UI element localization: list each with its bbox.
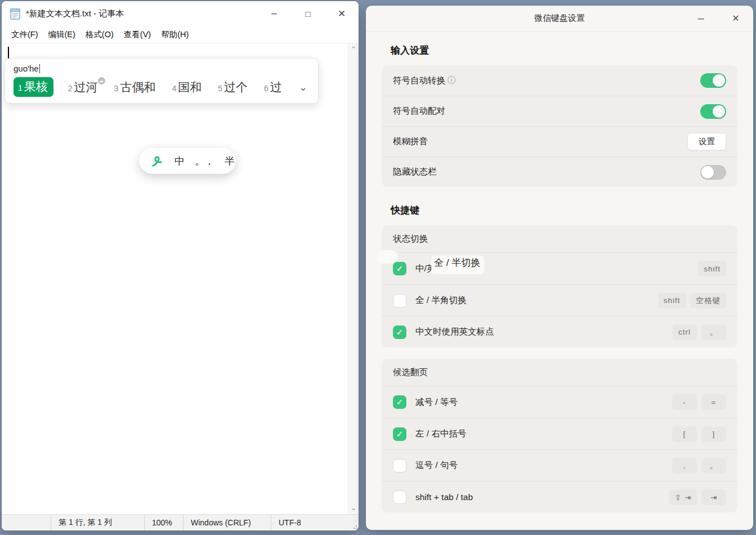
toggle-symbol-auto-convert[interactable]: [700, 73, 726, 88]
paging-row-brackets: ✓ 左 / 右中括号 [ ]: [382, 418, 737, 449]
section-title-input-settings: 输入设置: [391, 44, 737, 57]
ime-candidate-1[interactable]: 1 果核: [14, 77, 53, 97]
notepad-icon: [10, 7, 21, 20]
shortcut-row-english-punct: ✓ 中文时使用英文标点 ctrl 。: [382, 316, 737, 347]
settings-titlebar: 微信键盘设置 – ✕: [366, 6, 753, 32]
notepad-window: *新建文本文档.txt - 记事本 – □ ✕ 文件(F) 编辑(E) 格式(O…: [2, 1, 359, 530]
ime-candidate-4[interactable]: 4 国和: [172, 79, 202, 95]
checkbox-english-punct[interactable]: ✓: [393, 326, 406, 339]
checkbox-shift-tab[interactable]: [393, 491, 406, 504]
scroll-up-icon[interactable]: ⌃: [348, 46, 359, 54]
keycap-shift-tab: ⇧ ⇥: [669, 489, 697, 505]
ime-punct-mode[interactable]: 。，: [195, 154, 214, 168]
keycap-right-bracket: ]: [701, 426, 726, 442]
group-header-candidate-paging: 候选翻页: [382, 359, 737, 386]
candidate-paging-card: 候选翻页 ✓ 减号 / 等号 - = ✓ 左 / 右中括号 [ ] 逗号 / 句: [382, 359, 737, 512]
close-button[interactable]: ✕: [718, 6, 753, 31]
menu-edit[interactable]: 编辑(E): [43, 27, 80, 42]
candidate-index: 2: [68, 84, 73, 93]
wechat-keyboard-logo-icon: [150, 154, 164, 168]
setting-label: 模糊拼音: [393, 136, 428, 148]
keycap-shift: shift: [658, 293, 686, 309]
keycap-equal: =: [701, 394, 726, 410]
menu-view[interactable]: 查看(V): [119, 27, 156, 42]
notepad-menubar: 文件(F) 编辑(E) 格式(O) 查看(V) 帮助(H): [2, 26, 359, 43]
candidate-text: 过个: [224, 79, 248, 95]
zoom-level: 100%: [144, 515, 183, 530]
paging-label: 减号 / 等号: [415, 396, 458, 408]
keycap-left-bracket: [: [672, 426, 697, 442]
minimize-button[interactable]: –: [257, 1, 291, 26]
ime-candidate-2[interactable]: 2 过河 ☁: [68, 79, 98, 95]
encoding: UTF-8: [271, 515, 359, 530]
scroll-down-icon[interactable]: ⌄: [348, 504, 359, 512]
ime-status-pill[interactable]: 中 。， 半: [139, 148, 236, 174]
menu-file[interactable]: 文件(F): [6, 27, 43, 42]
notepad-statusbar: 第 1 行, 第 1 列 100% Windows (CRLF) UTF-8: [2, 514, 359, 530]
notepad-titlebar: *新建文本文档.txt - 记事本 – □ ✕: [2, 1, 359, 26]
checkbox-full-half-switch[interactable]: [393, 294, 406, 307]
ui-glitch-artifact: [377, 250, 398, 264]
menu-format[interactable]: 格式(O): [80, 27, 119, 42]
shortcut-label: 中/英文切换 全 / 半切换: [415, 263, 462, 275]
checkbox-minus-equal[interactable]: ✓: [393, 395, 406, 409]
keycap-tab: ⇥: [701, 489, 726, 505]
ime-lang-mode[interactable]: 中: [175, 154, 184, 168]
cursor-position: 第 1 行, 第 1 列: [51, 515, 144, 530]
candidate-index: 4: [172, 84, 176, 93]
cloud-candidate-icon: ☁: [98, 77, 105, 84]
shortcut-label: 中文时使用英文标点: [415, 326, 494, 338]
ime-candidate-5[interactable]: 5 过个: [218, 79, 248, 95]
setting-label: 符号自动配对: [393, 105, 445, 117]
keycap-ctrl: ctrl: [672, 324, 697, 340]
candidate-index: 1: [18, 83, 23, 92]
shortcut-row-cn-en-switch: ✓ 中/英文切换 全 / 半切换 shift: [382, 253, 737, 284]
line-ending: Windows (CRLF): [183, 515, 271, 530]
candidate-expand-icon[interactable]: ⌄: [299, 84, 310, 90]
paging-label: 左 / 右中括号: [415, 428, 466, 440]
wechat-keyboard-settings-window: 微信键盘设置 – ✕ 输入设置 符号自动转换 ⓘ 符号自动配对: [366, 6, 753, 530]
candidate-text: 果核: [24, 79, 48, 95]
checkbox-brackets[interactable]: ✓: [393, 427, 406, 441]
maximize-button[interactable]: □: [291, 1, 325, 26]
paging-row-shift-tab: shift + tab / tab ⇧ ⇥ ⇥: [382, 481, 737, 512]
keycap-shift: shift: [698, 261, 726, 277]
keycap-period: 。: [701, 324, 726, 340]
setting-row-fuzzy-pinyin: 模糊拼音 设置: [382, 126, 737, 157]
ime-candidate-3[interactable]: 3 古偶和: [114, 79, 156, 95]
setting-row-symbol-auto-convert: 符号自动转换 ⓘ: [382, 65, 737, 96]
toggle-hide-statusbar[interactable]: [700, 165, 726, 180]
notepad-edit-area[interactable]: guo'he 1 果核 2 过河 ☁ 3 古偶和 4: [2, 43, 359, 514]
vertical-scrollbar[interactable]: ⌃ ⌄: [348, 43, 359, 514]
ime-width-mode[interactable]: 半: [225, 154, 234, 168]
close-button[interactable]: ✕: [325, 1, 359, 26]
info-icon[interactable]: ⓘ: [448, 75, 455, 86]
keycap-period: 。: [701, 458, 726, 474]
checkbox-comma-period[interactable]: [393, 459, 406, 472]
fuzzy-pinyin-settings-button[interactable]: 设置: [687, 133, 726, 150]
minimize-button[interactable]: –: [683, 6, 718, 31]
toggle-symbol-auto-pair[interactable]: [700, 104, 726, 119]
candidate-text: 古偶和: [120, 79, 155, 95]
ime-pinyin-text: guo'he: [14, 64, 39, 73]
resize-grip[interactable]: [351, 523, 357, 529]
paging-row-comma-period: 逗号 / 句号 , 。: [382, 449, 737, 481]
setting-label: 符号自动转换 ⓘ: [393, 75, 455, 87]
setting-label: 隐藏状态栏: [393, 166, 437, 178]
group-header-state-switch: 状态切换: [382, 225, 737, 253]
ime-caret: [39, 64, 41, 73]
keycap-minus: -: [672, 394, 697, 410]
candidate-index: 3: [114, 84, 119, 93]
paging-label: 逗号 / 句号: [415, 460, 458, 471]
ime-candidate-6[interactable]: 6 过: [264, 79, 282, 95]
menu-help[interactable]: 帮助(H): [156, 27, 194, 42]
candidate-text: 过河: [74, 79, 98, 95]
text-caret: [8, 47, 9, 59]
checkbox-cn-en-switch[interactable]: ✓: [393, 262, 406, 275]
shortcut-label: 全 / 半角切换: [415, 295, 466, 306]
candidate-text: 过: [270, 79, 282, 95]
candidate-index: 6: [264, 84, 269, 93]
statusbar-spacer: [2, 515, 51, 530]
setting-row-symbol-auto-pair: 符号自动配对: [382, 96, 737, 126]
section-title-shortcuts: 快捷键: [391, 204, 737, 217]
